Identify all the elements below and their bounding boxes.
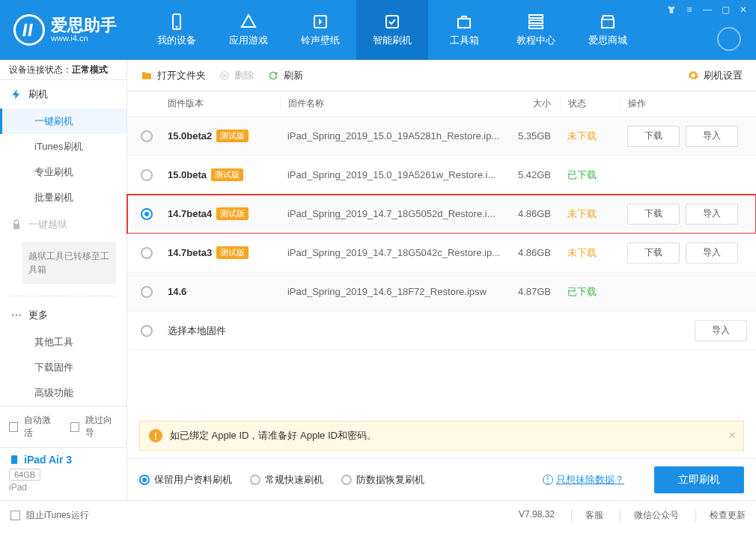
delete-icon [219, 70, 230, 81]
app-name: 爱思助手 [51, 17, 117, 34]
apple-id-notice: ! 如已绑定 Apple ID，请准备好 Apple ID和密码。 × [139, 421, 744, 451]
warning-icon: ! [149, 429, 162, 442]
status-bar: 阻止iTunes运行 V7.98.32 客服 微信公众号 检查更新 [0, 500, 756, 530]
nav-1[interactable]: 应用游戏 [213, 0, 284, 60]
nav-6[interactable]: 爱思商城 [572, 0, 644, 60]
content: 打开文件夹 删除 刷新 刷机设置 固件版本 固件名称 大小 状态 操作 15.0… [127, 60, 756, 500]
nav-5[interactable]: 教程中心 [500, 0, 572, 60]
svg-rect-4 [458, 19, 470, 28]
version-label: V7.98.32 [519, 509, 555, 522]
svg-rect-8 [11, 455, 17, 464]
radio[interactable] [141, 286, 153, 298]
sidebar-item-batch[interactable]: 批量刷机 [0, 185, 126, 210]
table-row[interactable]: 14.7beta4测试版iPad_Spring_2019_14.7_18G505… [127, 195, 756, 234]
import-button[interactable]: 导入 [695, 320, 747, 341]
skip-guide-checkbox[interactable] [70, 422, 79, 432]
app-header: 爱思助手 www.i4.cn 我的设备应用游戏铃声壁纸智能刷机工具箱教程中心爱思… [0, 0, 756, 60]
erase-link[interactable]: ! 只想抹除数据？ [543, 473, 624, 487]
tshirt-icon[interactable] [666, 4, 677, 15]
sidebar-item-download-fw[interactable]: 下载固件 [0, 355, 126, 380]
window-controls: ≡ — ▢ ✕ [666, 4, 749, 15]
jailbreak-note: 越狱工具已转移至工具箱 [22, 242, 116, 284]
table-row[interactable]: 14.6iPad_Spring_2019_14.6_18F72_Restore.… [127, 272, 756, 311]
nav-2[interactable]: 铃声壁纸 [284, 0, 356, 60]
radio[interactable] [341, 475, 352, 485]
sidebar-item-advanced[interactable]: 高级功能 [0, 380, 126, 406]
notice-close-icon[interactable]: × [729, 429, 736, 442]
info-icon: ! [543, 475, 553, 485]
device-icon [9, 454, 19, 465]
app-site: www.i4.cn [51, 34, 117, 43]
radio[interactable] [139, 475, 150, 485]
device-status: 设备连接状态： 正常模式 [0, 60, 126, 80]
import-button[interactable]: 导入 [686, 126, 738, 147]
radio[interactable] [250, 475, 260, 485]
top-nav: 我的设备应用游戏铃声壁纸智能刷机工具箱教程中心爱思商城 [141, 0, 644, 60]
support-link[interactable]: 客服 [571, 509, 603, 522]
nav-4[interactable]: 工具箱 [428, 0, 500, 60]
sidebar-item-oneclick[interactable]: 一键刷机 [0, 109, 126, 134]
settings-button[interactable]: 刷机设置 [687, 69, 743, 82]
logo: 爱思助手 www.i4.cn [0, 14, 141, 46]
download-indicator-icon[interactable] [717, 27, 741, 51]
refresh-button[interactable]: 刷新 [267, 69, 303, 82]
beta-tag: 测试版 [216, 207, 249, 220]
radio[interactable] [141, 325, 153, 337]
firmware-table: 15.0beta2测试版iPad_Spring_2019_15.0_19A528… [127, 117, 756, 311]
beta-tag: 测试版 [216, 246, 249, 259]
block-itunes-checkbox[interactable] [10, 511, 20, 520]
svg-rect-3 [386, 16, 398, 28]
download-button[interactable]: 下载 [627, 243, 680, 264]
nav-3[interactable]: 智能刷机 [356, 0, 428, 60]
svg-point-6 [16, 314, 18, 317]
flash-option-2[interactable]: 防数据恢复刷机 [341, 473, 424, 487]
open-folder-button[interactable]: 打开文件夹 [141, 69, 206, 82]
gear-icon [687, 70, 699, 82]
delete-button[interactable]: 删除 [219, 69, 254, 82]
radio[interactable] [141, 208, 153, 220]
table-header: 固件版本 固件名称 大小 状态 操作 [127, 91, 756, 117]
sidebar-group-more[interactable]: 更多 [0, 301, 126, 329]
sidebar-item-pro[interactable]: 专业刷机 [0, 159, 126, 185]
menu-icon[interactable]: ≡ [684, 4, 695, 15]
maximize-icon[interactable]: ▢ [720, 4, 731, 15]
table-row[interactable]: 14.7beta3测试版iPad_Spring_2019_14.7_18G504… [127, 234, 756, 272]
sidebar-item-tools[interactable]: 其他工具 [0, 329, 126, 355]
radio[interactable] [141, 130, 153, 142]
toolbar: 打开文件夹 删除 刷新 刷机设置 [127, 60, 756, 91]
auto-activate-checkbox[interactable] [9, 422, 18, 432]
flash-option-0[interactable]: 保留用户资料刷机 [139, 473, 232, 487]
minimize-icon[interactable]: — [702, 4, 713, 15]
refresh-icon [267, 70, 279, 82]
import-button[interactable]: 导入 [686, 243, 738, 264]
svg-point-7 [19, 314, 21, 317]
check-update-link[interactable]: 检查更新 [695, 509, 746, 522]
local-firmware-row[interactable]: 选择本地固件 导入 [127, 311, 756, 350]
download-button[interactable]: 下载 [627, 126, 680, 147]
flash-now-button[interactable]: 立即刷机 [654, 466, 744, 493]
radio[interactable] [141, 247, 153, 259]
flash-options: 保留用户资料刷机常规快速刷机防数据恢复刷机 ! 只想抹除数据？ 立即刷机 [127, 458, 756, 500]
flash-icon [10, 88, 22, 100]
sidebar-item-itunes[interactable]: iTunes刷机 [0, 134, 126, 159]
svg-point-1 [176, 26, 177, 28]
table-row[interactable]: 15.0beta2测试版iPad_Spring_2019_15.0_19A528… [127, 117, 756, 156]
device-card[interactable]: iPad Air 3 64GB iPad [0, 447, 126, 500]
close-icon[interactable]: ✕ [738, 4, 749, 15]
table-row[interactable]: 15.0beta测试版iPad_Spring_2019_15.0_19A5261… [127, 156, 756, 195]
radio[interactable] [141, 169, 153, 181]
svg-point-5 [12, 314, 14, 317]
flash-option-1[interactable]: 常规快速刷机 [250, 473, 323, 487]
nav-0[interactable]: 我的设备 [141, 0, 213, 60]
download-button[interactable]: 下载 [627, 204, 680, 225]
sidebar-group-flash[interactable]: 刷机 [0, 80, 126, 109]
storage-badge: 64GB [9, 469, 40, 481]
sidebar-group-jailbreak: 一键越狱 [0, 210, 126, 239]
beta-tag: 测试版 [216, 130, 249, 142]
more-icon [10, 309, 22, 321]
auto-activate-row: 自动激活 跳过向导 [0, 407, 126, 447]
import-button[interactable]: 导入 [686, 204, 738, 225]
folder-icon [141, 70, 153, 82]
lock-icon [10, 219, 22, 231]
wechat-link[interactable]: 微信公众号 [620, 509, 679, 522]
